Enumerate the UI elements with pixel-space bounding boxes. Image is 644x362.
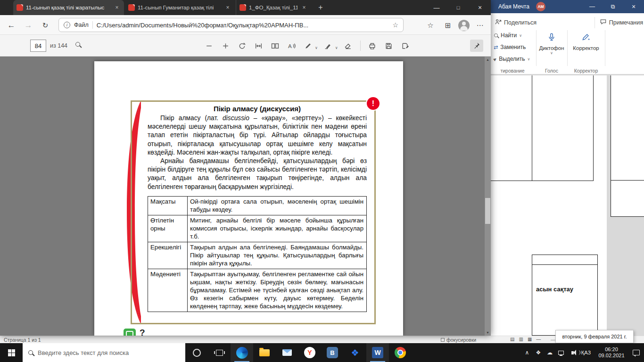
word-minimize-button[interactable]: — <box>582 0 603 13</box>
table-desc: Тақырып алдын ала белгіленеді. Баяндамаш… <box>188 242 367 269</box>
address-url[interactable]: C:/Users/admin/Documents/Новый%20формат/… <box>97 22 389 29</box>
action-center-button[interactable] <box>629 343 643 362</box>
taskbar-dropbox[interactable]: ❖ <box>344 343 366 362</box>
dictate-button[interactable]: Диктофон ∨ <box>538 29 565 68</box>
tab-close-icon[interactable]: × <box>300 4 308 11</box>
highlighter-icon[interactable] <box>322 40 334 52</box>
share-button[interactable]: Поделиться <box>495 17 537 28</box>
more-menu-icon[interactable]: ⋯ <box>473 19 487 32</box>
address-scheme: Файл <box>74 22 89 28</box>
system-tray: ∧ ❖ ☁ ҚАЗ 06:20 09.02.2021 <box>521 343 644 362</box>
info-icon[interactable]: i <box>64 22 70 28</box>
clock-time: 06:20 <box>594 346 629 353</box>
bookmark-star-icon[interactable]: ☆ <box>392 21 398 29</box>
ribbon-separator <box>567 30 568 66</box>
new-tab-button[interactable]: + <box>315 2 326 13</box>
page-view-icon[interactable] <box>269 40 281 52</box>
scroll-up-icon[interactable]: ▲ <box>485 58 491 61</box>
content-box: Пікір алмасу (дискуссия) Пікір алмасу (л… <box>131 100 376 324</box>
refresh-icon[interactable]: ↻ <box>39 19 52 32</box>
draw-pen-icon[interactable] <box>302 40 314 52</box>
start-button[interactable] <box>0 343 23 362</box>
taskbar-explorer[interactable] <box>253 343 276 362</box>
taskbar-vk[interactable]: В <box>321 343 344 362</box>
word-restore-button[interactable]: ⧉ <box>603 0 623 13</box>
word-document-area[interactable]: асын сақтау <box>491 74 644 336</box>
word-close-button[interactable]: × <box>623 0 644 13</box>
print-layout-icon[interactable]: ▥ <box>519 337 523 342</box>
collections-icon[interactable]: ⊞ <box>441 19 455 32</box>
word-page-count[interactable]: Страница 1 из 1 <box>4 337 41 343</box>
read-mode-icon[interactable]: ▤ <box>510 337 514 342</box>
read-aloud-icon[interactable]: A <box>285 40 297 52</box>
forward-icon[interactable]: → <box>22 19 35 32</box>
print-icon[interactable] <box>366 40 379 52</box>
tray-expand-icon[interactable]: ∧ <box>521 343 533 362</box>
save-icon[interactable] <box>383 40 395 52</box>
comments-label: Примечания <box>609 19 643 26</box>
chevron-down-icon: ∨ <box>550 51 553 55</box>
scrollbar-thumb[interactable] <box>485 198 490 224</box>
taskbar-word[interactable]: W <box>366 343 389 362</box>
page-number-input[interactable]: 84 <box>30 40 46 52</box>
zoom-out-icon[interactable]: — <box>536 337 541 342</box>
browser-tab-1[interactable]: 11-сынып қазақ тілі жаратылыс × <box>13 0 124 15</box>
profile-avatar[interactable] <box>458 20 470 31</box>
word-account-avatar[interactable]: АМ <box>536 2 545 11</box>
address-bar[interactable]: i Файл C:/Users/admin/Documents/Новый%20… <box>58 18 404 32</box>
edge-close-button[interactable]: × <box>469 0 491 15</box>
editor-button[interactable]: Корректор <box>569 29 603 68</box>
word-window: Абая Мечта АМ — ⧉ × Поделиться Примечани… <box>491 0 644 336</box>
eraser-icon[interactable] <box>342 40 355 52</box>
word-page-fragment <box>611 75 644 217</box>
search-input[interactable] <box>38 349 170 356</box>
edge-icon <box>236 347 248 359</box>
exclamation-badge: ! <box>367 97 380 110</box>
find-button[interactable]: Найти ∨ <box>494 30 522 41</box>
pdf-viewer[interactable]: Пікір алмасу (дискуссия) Пікір алмасу (л… <box>0 57 491 336</box>
tab-close-icon[interactable]: × <box>113 4 121 11</box>
language-indicator[interactable]: ҚАЗ <box>578 350 594 355</box>
onedrive-cloud-icon[interactable]: ☁ <box>544 343 555 362</box>
taskbar-chrome[interactable] <box>389 343 412 362</box>
task-view-button[interactable] <box>208 343 231 362</box>
browser-tab-2[interactable]: 11-сынып Гуманитар қазақ тілі × <box>125 0 235 15</box>
table-term: Ерекшелігі <box>148 242 188 269</box>
replace-button[interactable]: ⇄ Заменить <box>494 42 526 52</box>
taskbar-edge[interactable] <box>231 343 253 362</box>
tab-close-icon[interactable]: × <box>224 4 231 11</box>
taskbar-search[interactable] <box>23 343 185 362</box>
page-count-label: из 144 <box>50 42 67 49</box>
network-icon[interactable] <box>555 343 567 362</box>
favorites-icon[interactable]: ☆ <box>423 19 438 32</box>
word-account-name[interactable]: Абая Мечта <box>498 3 529 10</box>
focus-mode-button[interactable]: фокусировки <box>441 337 476 343</box>
pin-toolbar-button[interactable] <box>470 40 483 52</box>
search-icon[interactable] <box>75 42 80 47</box>
web-layout-icon[interactable]: ▦ <box>528 337 532 342</box>
zoom-out-icon[interactable] <box>203 40 215 52</box>
word-titlebar: Абая Мечта АМ — ⧉ × <box>491 0 644 13</box>
volume-icon[interactable] <box>567 343 578 362</box>
zoom-in-icon[interactable] <box>219 40 231 52</box>
select-button[interactable]: ▶ Выделить ∨ <box>494 54 530 64</box>
browser-tab-3[interactable]: 1_ФО_Қазақ тілі_11_ОГН.pdf × <box>236 0 311 15</box>
fit-to-width-icon[interactable] <box>252 40 264 52</box>
group-label-editor: Корректор <box>568 68 604 74</box>
rotate-icon[interactable] <box>236 40 248 52</box>
vertical-scrollbar[interactable]: ▲ ▼ <box>485 57 491 336</box>
comments-button[interactable]: Примечания <box>594 17 643 28</box>
chevron-down-icon[interactable]: ∨ <box>315 46 318 52</box>
save-as-icon[interactable] <box>399 40 412 52</box>
scroll-down-icon[interactable]: ▼ <box>485 331 491 334</box>
cortana-button[interactable] <box>185 343 208 362</box>
clock[interactable]: 06:20 09.02.2021 <box>594 346 629 359</box>
tray-dropbox-icon[interactable]: ❖ <box>533 343 544 362</box>
chevron-down-icon[interactable]: ∨ <box>335 46 338 52</box>
edge-minimize-button[interactable]: — <box>426 0 447 15</box>
select-cursor-icon: ▶ <box>493 57 497 62</box>
back-icon[interactable]: ← <box>5 19 18 32</box>
taskbar-mail[interactable] <box>276 343 298 362</box>
taskbar-yandex[interactable]: Y <box>298 343 321 362</box>
edge-maximize-button[interactable]: □ <box>447 0 469 15</box>
